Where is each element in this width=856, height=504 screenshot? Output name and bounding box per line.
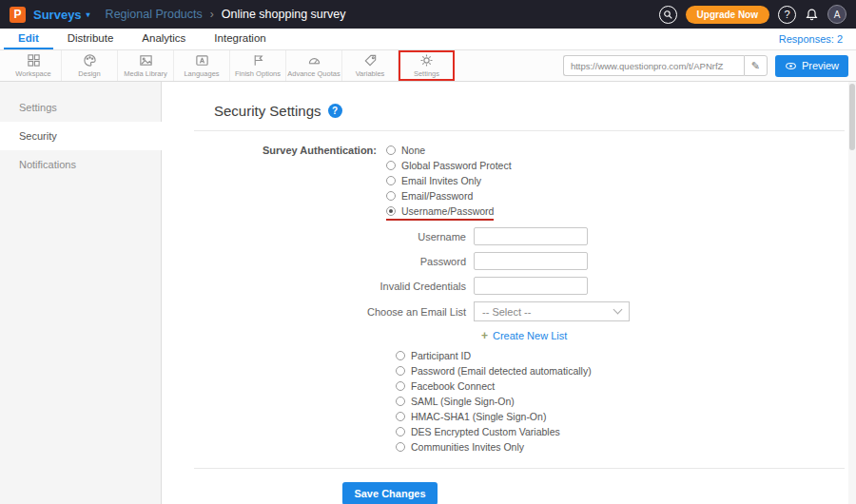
notifications-bell-icon[interactable] bbox=[805, 8, 819, 22]
radio-email-invites-only[interactable]: Email Invites Only bbox=[386, 175, 481, 186]
chevron-down-icon bbox=[613, 305, 623, 315]
security-form: Survey Authentication: None Global Passw… bbox=[162, 145, 856, 504]
email-list-row: Choose an Email List -- Select -- bbox=[162, 301, 856, 321]
password-row: Password bbox=[162, 252, 856, 270]
password-label: Password bbox=[162, 256, 474, 267]
radio-label: None bbox=[401, 145, 425, 156]
auth-radio-group: None Global Password Protect Email Invit… bbox=[386, 145, 512, 221]
help-circle-icon[interactable]: ? bbox=[328, 104, 342, 118]
tab-analytics[interactable]: Analytics bbox=[127, 29, 200, 49]
edit-url-pencil-icon[interactable]: ✎ bbox=[744, 55, 768, 76]
page-title-row: Security Settings ? bbox=[214, 103, 856, 119]
sidebar-item-notifications[interactable]: Notifications bbox=[0, 150, 161, 179]
radio-global-password-protect[interactable]: Global Password Protect bbox=[386, 160, 512, 171]
avatar[interactable]: A bbox=[827, 5, 846, 24]
toolbar-right-cluster: ✎ Preview bbox=[563, 50, 850, 81]
radio-label: DES Encrypted Custom Variables bbox=[411, 426, 560, 437]
toolbar-item-finish-options[interactable]: Finish Options bbox=[230, 50, 286, 81]
create-new-list-row: + Create New List bbox=[481, 329, 856, 342]
sidebar-item-security[interactable]: Security bbox=[0, 122, 162, 150]
design-palette-icon bbox=[83, 53, 97, 68]
settings-sidebar: Settings Security Notifications bbox=[0, 82, 162, 504]
surveys-dropdown-label: Surveys bbox=[33, 8, 82, 22]
content-area: Settings Security Notifications Security… bbox=[0, 82, 856, 504]
help-icon[interactable]: ? bbox=[778, 6, 796, 24]
radio-email-password[interactable]: Email/Password bbox=[386, 190, 473, 202]
radio-icon bbox=[396, 442, 405, 452]
radio-label: Password (Email detected automatically) bbox=[411, 365, 592, 377]
scrollbar-thumb[interactable] bbox=[849, 84, 855, 150]
vertical-scrollbar[interactable] bbox=[848, 82, 856, 504]
breadcrumb-current: Online shopping survey bbox=[222, 8, 346, 21]
extra-auth-radio-group: Participant ID Password (Email detected … bbox=[396, 350, 856, 453]
toolbar-item-workspace[interactable]: Workspace bbox=[6, 50, 62, 81]
radio-icon bbox=[386, 191, 396, 201]
radio-icon bbox=[386, 145, 396, 155]
radio-icon bbox=[396, 397, 405, 406]
toolbar-item-label: Advance Quotas bbox=[287, 69, 340, 78]
survey-toolbar: Workspace Design Media Library Languages… bbox=[0, 50, 856, 82]
email-list-select[interactable]: -- Select -- bbox=[474, 301, 630, 321]
media-library-icon bbox=[139, 53, 153, 68]
create-new-list-link[interactable]: Create New List bbox=[493, 330, 567, 341]
toolbar-item-variables[interactable]: Variables bbox=[342, 50, 399, 81]
surveys-dropdown[interactable]: Surveys ▾ bbox=[33, 8, 90, 22]
toolbar-item-advance-quotas[interactable]: Advance Quotas bbox=[286, 50, 342, 81]
responses-count-link[interactable]: Responses: 2 bbox=[779, 29, 852, 49]
radio-icon bbox=[396, 381, 405, 391]
radio-label: Participant ID bbox=[411, 350, 471, 361]
toolbar-item-design[interactable]: Design bbox=[62, 50, 118, 81]
toolbar-item-settings[interactable]: Settings bbox=[399, 50, 455, 81]
nav-tab-bar: Edit Distribute Analytics Integration Re… bbox=[0, 29, 856, 50]
radio-none[interactable]: None bbox=[386, 145, 425, 156]
upgrade-now-button[interactable]: Upgrade Now bbox=[686, 6, 769, 24]
toolbar-item-label: Variables bbox=[356, 69, 385, 78]
tab-edit[interactable]: Edit bbox=[4, 29, 53, 49]
topbar-actions: Upgrade Now ? A bbox=[659, 5, 846, 24]
chevron-down-icon: ▾ bbox=[87, 10, 90, 19]
breadcrumb-parent[interactable]: Regional Products bbox=[106, 8, 203, 21]
radio-icon bbox=[396, 412, 405, 421]
toolbar-item-label: Design bbox=[78, 69, 100, 78]
auth-label: Survey Authentication: bbox=[162, 145, 386, 221]
radio-icon bbox=[396, 366, 405, 376]
radio-participant-id[interactable]: Participant ID bbox=[396, 350, 471, 361]
tab-integration[interactable]: Integration bbox=[200, 29, 280, 49]
radio-communities-invites[interactable]: Communities Invites Only bbox=[396, 441, 524, 453]
password-input[interactable] bbox=[474, 252, 588, 270]
radio-password-email-auto[interactable]: Password (Email detected automatically) bbox=[396, 365, 592, 377]
toolbar-item-media-library[interactable]: Media Library bbox=[118, 50, 174, 81]
radio-label: Communities Invites Only bbox=[411, 441, 524, 453]
sidebar-item-settings[interactable]: Settings bbox=[0, 93, 161, 122]
toolbar-item-label: Languages bbox=[184, 69, 219, 78]
username-row: Username bbox=[162, 227, 856, 245]
top-bar: P Surveys ▾ Regional Products › Online s… bbox=[0, 0, 856, 29]
tab-distribute[interactable]: Distribute bbox=[53, 29, 128, 49]
breadcrumb-separator-icon: › bbox=[210, 8, 214, 21]
radio-username-password[interactable]: Username/Password bbox=[386, 205, 494, 221]
radio-label: Username/Password bbox=[401, 205, 494, 217]
email-list-label: Choose an Email List bbox=[162, 306, 474, 318]
preview-button[interactable]: Preview bbox=[775, 55, 848, 77]
radio-label: Email Invites Only bbox=[401, 175, 481, 186]
email-list-select-value: -- Select -- bbox=[482, 306, 531, 318]
radio-label: Global Password Protect bbox=[401, 160, 512, 171]
radio-hmac-sha1-sso[interactable]: HMAC-SHA1 (Single Sign-On) bbox=[396, 411, 546, 422]
questionpro-logo[interactable]: P bbox=[10, 7, 26, 23]
variables-tag-icon bbox=[363, 53, 378, 68]
toolbar-item-label: Finish Options bbox=[235, 69, 281, 78]
radio-label: Facebook Connect bbox=[411, 380, 495, 392]
search-icon[interactable] bbox=[659, 6, 677, 24]
radio-label: SAML (Single Sign-On) bbox=[411, 396, 515, 407]
radio-saml-sso[interactable]: SAML (Single Sign-On) bbox=[396, 396, 515, 407]
eye-icon bbox=[785, 60, 797, 72]
radio-des-encrypted-vars[interactable]: DES Encrypted Custom Variables bbox=[396, 426, 560, 437]
radio-facebook-connect[interactable]: Facebook Connect bbox=[396, 380, 495, 392]
survey-url-input[interactable] bbox=[563, 55, 744, 76]
toolbar-item-languages[interactable]: Languages bbox=[174, 50, 230, 81]
radio-icon bbox=[396, 351, 405, 360]
save-row: Save Changes bbox=[162, 482, 618, 504]
username-input[interactable] bbox=[474, 227, 588, 245]
save-changes-button[interactable]: Save Changes bbox=[342, 482, 437, 504]
invalid-credentials-input[interactable] bbox=[474, 277, 588, 295]
